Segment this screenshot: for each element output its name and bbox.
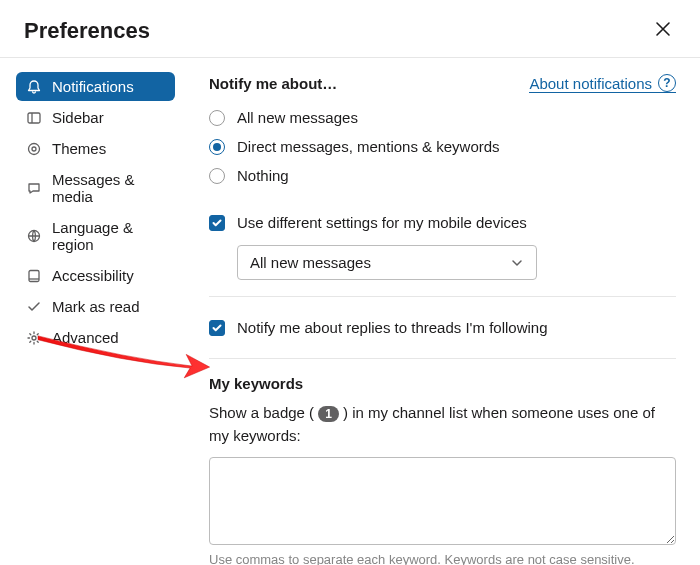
select-value: All new messages (250, 254, 371, 271)
close-button[interactable] (650, 16, 676, 45)
svg-point-2 (29, 143, 40, 154)
svg-rect-0 (28, 113, 40, 123)
checkbox-icon (209, 215, 225, 231)
divider (209, 296, 676, 297)
accessibility-icon (26, 268, 42, 284)
preferences-dialog: Preferences Notifications Sidebar Themes (0, 0, 700, 565)
radio-label: Nothing (237, 167, 289, 184)
radio-icon (209, 110, 225, 126)
sidebar-item-accessibility[interactable]: Accessibility (16, 261, 175, 290)
close-icon (654, 20, 672, 38)
sidebar-icon (26, 110, 42, 126)
notify-radio-group: All new messages Direct messages, mentio… (209, 103, 676, 190)
chevron-down-icon (510, 256, 524, 270)
message-icon (26, 180, 42, 196)
help-link-label: About notifications (529, 75, 652, 92)
check-icon (26, 299, 42, 315)
dialog-body: Notifications Sidebar Themes Messages & … (0, 58, 700, 565)
themes-icon (26, 141, 42, 157)
checkbox-thread-replies[interactable]: Notify me about replies to threads I'm f… (209, 313, 676, 342)
badge-count-example: 1 (318, 406, 339, 422)
sidebar-item-label: Notifications (52, 78, 134, 95)
svg-point-3 (32, 147, 36, 151)
radio-icon (209, 168, 225, 184)
content-pane: Notify me about… About notifications ? A… (185, 58, 700, 565)
sidebar-item-label: Messages & media (52, 171, 165, 205)
radio-dm-mentions[interactable]: Direct messages, mentions & keywords (209, 132, 676, 161)
notify-title: Notify me about… (209, 75, 337, 92)
sidebar-item-label: Themes (52, 140, 106, 157)
sidebar-item-label: Mark as read (52, 298, 140, 315)
sidebar-item-sidebar[interactable]: Sidebar (16, 103, 175, 132)
radio-nothing[interactable]: Nothing (209, 161, 676, 190)
divider (209, 358, 676, 359)
sidebar-item-messages-media[interactable]: Messages & media (16, 165, 175, 211)
checkbox-label: Use different settings for my mobile dev… (237, 214, 527, 231)
sidebar-item-label: Accessibility (52, 267, 134, 284)
sidebar-item-label: Language & region (52, 219, 165, 253)
radio-icon (209, 139, 225, 155)
dialog-header: Preferences (0, 0, 700, 58)
radio-label: All new messages (237, 109, 358, 126)
help-icon: ? (658, 74, 676, 92)
sidebar-item-themes[interactable]: Themes (16, 134, 175, 163)
checkbox-label: Notify me about replies to threads I'm f… (237, 319, 548, 336)
sidebar: Notifications Sidebar Themes Messages & … (0, 58, 185, 565)
keywords-hint: Use commas to separate each keyword. Key… (209, 552, 676, 565)
dialog-title: Preferences (24, 18, 150, 44)
sidebar-item-notifications[interactable]: Notifications (16, 72, 175, 101)
svg-rect-5 (29, 270, 39, 281)
gear-icon (26, 330, 42, 346)
checkbox-mobile-settings[interactable]: Use different settings for my mobile dev… (209, 208, 676, 237)
notify-header-row: Notify me about… About notifications ? (209, 74, 676, 93)
mobile-notification-select[interactable]: All new messages (237, 245, 537, 280)
sidebar-item-language-region[interactable]: Language & region (16, 213, 175, 259)
sidebar-item-mark-as-read[interactable]: Mark as read (16, 292, 175, 321)
sidebar-item-advanced[interactable]: Advanced (16, 323, 175, 352)
sidebar-item-label: Sidebar (52, 109, 104, 126)
keywords-input[interactable] (209, 457, 676, 545)
keywords-title: My keywords (209, 375, 676, 392)
bell-icon (26, 79, 42, 95)
radio-all-messages[interactable]: All new messages (209, 103, 676, 132)
globe-icon (26, 228, 42, 244)
sidebar-item-label: Advanced (52, 329, 119, 346)
keywords-description: Show a badge ( 1 ) in my channel list wh… (209, 402, 676, 447)
radio-label: Direct messages, mentions & keywords (237, 138, 500, 155)
checkbox-icon (209, 320, 225, 336)
svg-point-7 (32, 336, 36, 340)
help-link[interactable]: About notifications ? (529, 74, 676, 93)
